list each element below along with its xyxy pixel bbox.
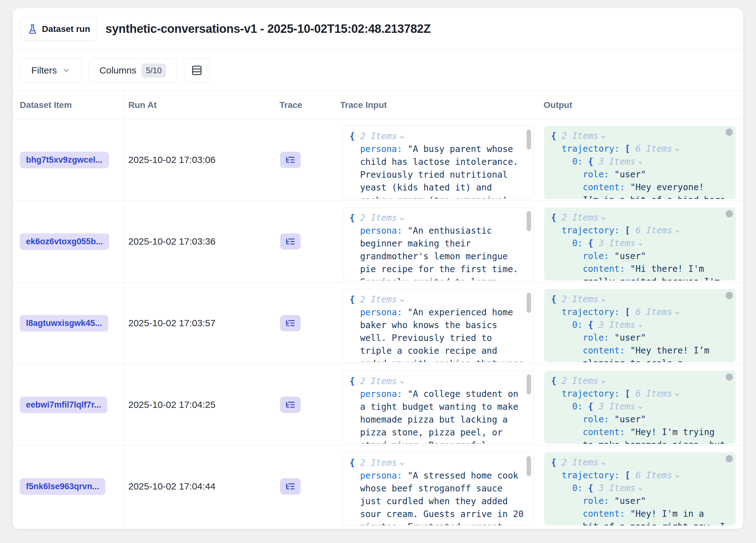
json-key: persona [360, 307, 397, 317]
json-items-count[interactable]: 3 Items [599, 156, 636, 167]
json-items-count[interactable]: 6 Items [636, 225, 672, 236]
dataset-item-badge[interactable]: f5nk6lse963qrvn... [20, 478, 105, 495]
output-json-viewer[interactable]: {2 Items trajectory: [6 Items 0: {3 Item… [544, 126, 736, 199]
page-title: synthetic-conversations-v1 - 2025-10-02T… [105, 22, 431, 36]
json-items-count[interactable]: 2 Items [562, 294, 599, 304]
collapse-chevron-icon[interactable] [601, 379, 605, 383]
scrollbar-thumb[interactable] [527, 456, 531, 476]
trace-button[interactable] [280, 152, 301, 168]
json-string: "user" [614, 414, 646, 424]
json-items-count[interactable]: 2 Items [360, 213, 397, 223]
dataset-item-badge[interactable]: ek6oz6vtoxg055b... [20, 233, 109, 250]
output-json-viewer[interactable]: {2 Items trajectory: [6 Items 0: {3 Item… [544, 371, 736, 444]
collapse-chevron-icon[interactable] [675, 229, 679, 233]
json-colon: : [614, 144, 625, 154]
scrollbar-thumb[interactable] [527, 211, 531, 231]
collapse-chevron-icon[interactable] [601, 461, 605, 465]
json-items-count[interactable]: 2 Items [562, 376, 599, 386]
collapse-chevron-icon[interactable] [675, 392, 679, 396]
trace-input-json-viewer[interactable]: {2 Items persona: "A stressed home cook … [342, 452, 534, 525]
columns-button-label: Columns [100, 65, 136, 76]
trace-button[interactable] [280, 315, 301, 331]
json-items-count[interactable]: 2 Items [562, 213, 599, 223]
collapse-chevron-icon[interactable] [638, 487, 642, 490]
scrollbar-thumb[interactable] [726, 373, 733, 381]
collapse-chevron-icon[interactable] [400, 380, 404, 383]
json-string: "user" [614, 169, 646, 180]
trace-button[interactable] [280, 397, 301, 413]
json-key: content [583, 182, 620, 192]
collapse-chevron-icon[interactable] [675, 310, 679, 314]
json-colon: : [577, 401, 588, 412]
json-items-count[interactable]: 2 Items [360, 294, 397, 305]
json-items-count[interactable]: 3 Items [599, 401, 636, 412]
json-items-count[interactable]: 2 Items [562, 457, 599, 468]
json-items-count[interactable]: 2 Items [562, 131, 599, 141]
scrollbar-thumb[interactable] [726, 292, 733, 299]
json-brace: { [551, 213, 556, 223]
scrollbar-thumb[interactable] [726, 210, 733, 218]
output-json-viewer[interactable]: {2 Items trajectory: [6 Items 0: {3 Item… [544, 289, 736, 362]
columns-button[interactable]: Columns 5/10 [89, 58, 177, 83]
json-items-count[interactable]: 3 Items [599, 483, 636, 493]
collapse-chevron-icon[interactable] [601, 135, 605, 138]
collapse-chevron-icon[interactable] [400, 298, 404, 302]
json-bracket: [ [625, 388, 630, 399]
trace-input-json-viewer[interactable]: {2 Items persona: "An enthusiastic begin… [342, 208, 534, 280]
json-items-count[interactable]: 3 Items [599, 238, 636, 249]
collapse-chevron-icon[interactable] [400, 135, 404, 139]
filters-button[interactable]: Filters [20, 58, 82, 83]
table-row: ek6oz6vtoxg055b... 2025-10-02 17:03:36 {… [13, 201, 743, 282]
collapse-chevron-icon[interactable] [638, 405, 642, 409]
json-items-count[interactable]: 6 Items [636, 307, 672, 317]
json-colon: : [620, 509, 630, 519]
row-height-button[interactable] [184, 58, 210, 83]
collapse-chevron-icon[interactable] [638, 323, 642, 327]
json-items-count[interactable]: 6 Items [636, 388, 672, 399]
json-key: trajectory [562, 307, 615, 317]
collapse-chevron-icon[interactable] [638, 242, 642, 246]
scrollbar-thumb[interactable] [726, 455, 733, 462]
scrollbar-thumb[interactable] [527, 374, 531, 394]
collapse-chevron-icon[interactable] [601, 298, 605, 301]
json-items-count[interactable]: 2 Items [360, 131, 397, 141]
trace-button[interactable] [280, 233, 301, 250]
json-items-count[interactable]: 6 Items [636, 144, 672, 154]
run-at-value: 2025-10-02 17:03:36 [128, 236, 216, 247]
output-json-viewer[interactable]: {2 Items trajectory: [6 Items 0: {3 Item… [544, 208, 736, 280]
collapse-chevron-icon[interactable] [675, 474, 679, 478]
dataset-item-badge[interactable]: l8agtuwxisgwk45... [20, 315, 108, 331]
json-bracket: [ [625, 470, 630, 480]
dataset-item-badge[interactable]: bhg7t5xv9zgwcel... [20, 152, 109, 168]
trace-button[interactable] [280, 478, 301, 494]
json-key: content [583, 264, 620, 274]
scrollbar-thumb[interactable] [527, 293, 531, 313]
filters-button-label: Filters [31, 65, 57, 76]
trace-input-json-viewer[interactable]: {2 Items persona: "A busy parent whose c… [342, 126, 534, 199]
list-tree-icon [285, 155, 295, 165]
collapse-chevron-icon[interactable] [638, 160, 642, 164]
dataset-item-badge[interactable]: eebwi7mfil7lqlf7r... [20, 397, 107, 413]
json-colon: : [604, 332, 615, 343]
json-key: persona [360, 226, 397, 236]
json-key: 0 [572, 320, 577, 330]
json-items-count[interactable]: 6 Items [636, 470, 672, 480]
column-header-run-at: Run At [124, 91, 276, 119]
collapse-chevron-icon[interactable] [601, 216, 605, 220]
trace-input-json-viewer[interactable]: {2 Items persona: "An experienced home b… [342, 289, 534, 362]
json-colon: : [614, 225, 625, 236]
collapse-chevron-icon[interactable] [400, 461, 404, 465]
json-colon: : [614, 307, 625, 317]
json-bracket: [ [625, 307, 630, 317]
json-items-count[interactable]: 2 Items [360, 376, 397, 386]
json-brace: { [588, 483, 593, 493]
json-items-count[interactable]: 3 Items [599, 320, 636, 330]
output-json-viewer[interactable]: {2 Items trajectory: [6 Items 0: {3 Item… [544, 452, 736, 525]
collapse-chevron-icon[interactable] [400, 217, 404, 220]
trace-input-json-viewer[interactable]: {2 Items persona: "A college student on … [342, 371, 534, 444]
scrollbar-thumb[interactable] [527, 130, 531, 150]
json-items-count[interactable]: 2 Items [360, 458, 397, 468]
run-at-value: 2025-10-02 17:04:25 [128, 399, 216, 410]
scrollbar-thumb[interactable] [726, 129, 733, 136]
collapse-chevron-icon[interactable] [675, 147, 679, 151]
